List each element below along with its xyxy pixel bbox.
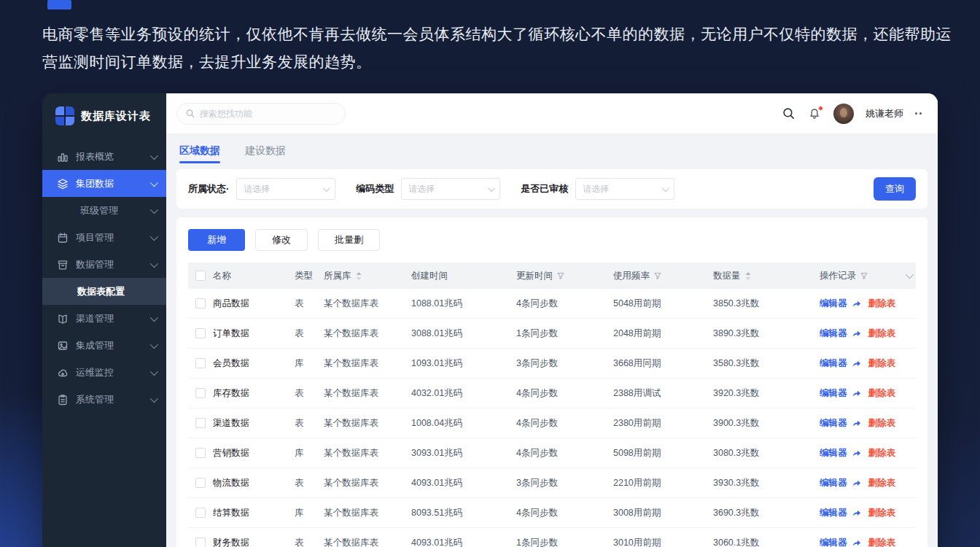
cell-actions: 编辑器删除表 — [820, 387, 897, 400]
delete-link[interactable]: 删除表 — [868, 417, 896, 430]
cell-type: 库 — [295, 447, 324, 459]
cell-created: 4032.01兆码 — [411, 387, 516, 400]
row-checkbox[interactable] — [195, 328, 206, 338]
edit-link[interactable]: 编辑器 — [820, 537, 847, 547]
row-checkbox-cell — [188, 328, 213, 338]
header-cell-1: 类型 — [295, 270, 324, 282]
notification-badge — [818, 106, 823, 111]
cell-actions: 编辑器删除表 — [820, 477, 897, 489]
row-checkbox[interactable] — [195, 538, 206, 547]
cell-name: 会员数据 — [213, 357, 295, 370]
search-input[interactable] — [200, 109, 336, 119]
tab-build-data[interactable]: 建设数据 — [245, 134, 286, 168]
delete-link[interactable]: 删除表 — [868, 507, 896, 519]
sidebar-item-7[interactable]: 集成管理 — [42, 332, 166, 359]
cell-type: 库 — [295, 357, 324, 370]
edit-link[interactable]: 编辑器 — [820, 477, 847, 489]
header-cell-0: 名称 — [213, 270, 295, 282]
chevron-down-icon — [150, 367, 158, 375]
filter-select-audited[interactable]: 请选择 — [575, 178, 674, 200]
header-cell-5: 使用频率 — [613, 270, 713, 282]
cell-created: 4093.01兆码 — [411, 477, 516, 489]
cell-source: 某个数据库表 — [324, 298, 411, 310]
user-avatar[interactable] — [833, 104, 854, 124]
sort-icon[interactable] — [745, 272, 751, 280]
cell-type: 表 — [295, 477, 324, 489]
sidebar-nav: 报表概览集团数据班级管理项目管理数据管理数据表配置渠道管理集成管理运维监控系统管… — [42, 143, 166, 413]
cell-volume: 3850.3兆数 — [713, 298, 820, 310]
search-input-wrap[interactable] — [176, 103, 346, 125]
edit-link[interactable]: 编辑器 — [820, 298, 847, 310]
filter-icon[interactable] — [557, 272, 564, 279]
sort-icon[interactable] — [356, 272, 362, 280]
cell-usage: 2210用前期 — [613, 477, 713, 489]
header-label: 操作记录 — [820, 270, 856, 282]
cell-actions: 编辑器删除表 — [820, 507, 897, 519]
sidebar-item-label: 渠道管理 — [76, 312, 143, 325]
delete-link[interactable]: 删除表 — [868, 327, 896, 340]
app-title: 数据库设计表 — [81, 109, 151, 123]
sidebar-item-4[interactable]: 数据管理 — [42, 251, 166, 278]
row-checkbox[interactable] — [195, 388, 206, 398]
notification-bell-icon[interactable] — [807, 106, 822, 121]
sidebar-item-2[interactable]: 班级管理 — [42, 197, 166, 224]
cell-actions: 编辑器删除表 — [820, 298, 897, 310]
topbar-search-icon[interactable] — [781, 106, 796, 121]
delete-link[interactable]: 删除表 — [868, 477, 896, 489]
table-panel: 新增 修改 批量删 名称类型所属库创建时间更新时间使用频率数据量操作记录 商品数… — [176, 217, 928, 547]
sidebar-item-9[interactable]: 系统管理 — [42, 386, 166, 413]
row-checkbox[interactable] — [195, 358, 206, 368]
delete-link[interactable]: 删除表 — [868, 387, 896, 400]
edit-link[interactable]: 编辑器 — [820, 417, 847, 430]
cell-volume: 3930.3兆数 — [713, 477, 820, 489]
sidebar-item-3[interactable]: 项目管理 — [42, 224, 166, 251]
edit-button[interactable]: 修改 — [255, 229, 308, 251]
delete-link[interactable]: 删除表 — [868, 298, 896, 310]
cell-updated: 4条同步数 — [516, 447, 613, 459]
delete-link[interactable]: 删除表 — [868, 357, 896, 370]
edit-link[interactable]: 编辑器 — [820, 507, 847, 519]
tab-bar: 区域数据 建设数据 — [176, 134, 928, 168]
row-checkbox[interactable] — [195, 448, 206, 458]
filter-icon[interactable] — [860, 272, 868, 279]
header-cell-2: 所属库 — [324, 270, 411, 282]
cell-type: 表 — [295, 387, 324, 400]
delete-link[interactable]: 删除表 — [868, 537, 896, 547]
app-logo-icon — [55, 106, 74, 125]
filter-select-code-type[interactable]: 请选择 — [401, 178, 500, 200]
sidebar-item-0[interactable]: 报表概览 — [42, 143, 166, 170]
layers-icon — [57, 178, 69, 190]
edit-link[interactable]: 编辑器 — [820, 327, 847, 340]
batch-delete-button[interactable]: 批量删 — [318, 229, 380, 251]
row-checkbox-cell — [188, 448, 213, 458]
filter-select-status[interactable]: 请选择 — [236, 178, 335, 200]
columns-chevron-down-icon[interactable] — [906, 273, 914, 279]
chevron-down-icon — [150, 394, 158, 402]
edit-link[interactable]: 编辑器 — [820, 357, 847, 370]
row-checkbox[interactable] — [195, 508, 206, 518]
add-button[interactable]: 新增 — [188, 229, 245, 251]
more-options-icon[interactable] — [915, 109, 922, 117]
edit-link[interactable]: 编辑器 — [820, 447, 847, 459]
sidebar-item-label: 项目管理 — [76, 231, 143, 244]
row-checkbox[interactable] — [195, 478, 206, 488]
cell-usage: 2380用前期 — [613, 417, 713, 430]
query-button[interactable]: 查询 — [874, 177, 916, 201]
tab-region-data[interactable]: 区域数据 — [179, 134, 220, 168]
cell-name: 商品数据 — [213, 298, 295, 310]
delete-link[interactable]: 删除表 — [868, 447, 896, 459]
sidebar-item-label: 运维监控 — [76, 366, 143, 379]
sidebar-item-1[interactable]: 集团数据 — [42, 170, 166, 197]
cell-actions: 编辑器删除表 — [820, 357, 897, 370]
filter-icon[interactable] — [654, 272, 661, 279]
select-all-checkbox[interactable] — [195, 271, 206, 281]
row-checkbox-cell — [188, 478, 213, 488]
sidebar-item-6[interactable]: 渠道管理 — [42, 305, 166, 332]
header-cell-6: 数据量 — [713, 270, 820, 282]
row-checkbox[interactable] — [195, 418, 206, 428]
cell-updated: 4条同步数 — [516, 387, 613, 400]
row-checkbox[interactable] — [195, 298, 206, 309]
sidebar-item-5[interactable]: 数据表配置 — [42, 278, 166, 305]
edit-link[interactable]: 编辑器 — [820, 387, 847, 400]
sidebar-item-8[interactable]: 运维监控 — [42, 359, 166, 386]
